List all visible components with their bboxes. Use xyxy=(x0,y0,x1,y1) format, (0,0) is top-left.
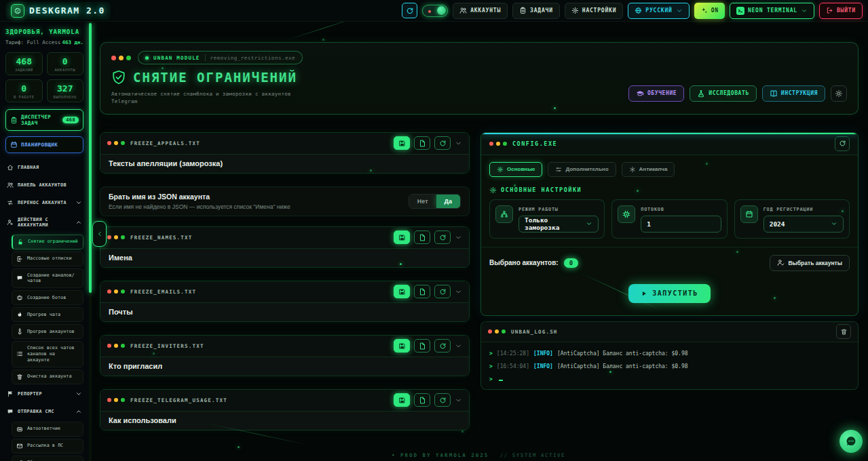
reload-file-button[interactable] xyxy=(434,136,451,150)
save-button[interactable] xyxy=(394,285,410,298)
training-button[interactable]: ОБУЧЕНИЕ xyxy=(628,85,684,102)
scheduler-button[interactable]: ПЛАНИРОВЩИК xyxy=(5,136,83,153)
brand[interactable]: DESKGRAM 2.0 xyxy=(5,2,111,20)
file-card-header: FREEZE_APPEALS.TXT xyxy=(100,133,469,155)
theme-selector[interactable]: NEON TERMINAL xyxy=(730,3,814,19)
file-card-header: FREEZE_NAMES.TXT xyxy=(100,227,469,249)
open-file-button[interactable] xyxy=(414,136,430,150)
field-label: ПОТОКОВ xyxy=(641,205,721,212)
tab-label: Основные xyxy=(507,166,535,172)
sidebar-subitem-trash[interactable]: Очистка аккаунта xyxy=(12,369,83,384)
sidebar-item-transfer[interactable]: ПЕРЕНОС АККАУНТА xyxy=(5,194,83,212)
open-file-button[interactable] xyxy=(414,230,430,244)
sync-button[interactable] xyxy=(402,3,417,18)
sidebar-subitem-list[interactable]: Список всех чатов каналов на аккаунте xyxy=(12,341,83,367)
open-file-button[interactable] xyxy=(414,339,430,353)
sidebar-item-label: ГЛАВНАЯ xyxy=(18,165,39,170)
file-content[interactable]: Как использовали xyxy=(100,412,469,430)
sidebar-item-chat[interactable]: ОТПРАВКА СМС xyxy=(5,403,83,420)
chat-support-button[interactable] xyxy=(839,430,863,453)
file-card-header: FREEZE_TELEGRAM_USAGE.TXT xyxy=(100,390,469,412)
tab-gear[interactable]: Основные xyxy=(489,162,542,177)
expand-chevron[interactable] xyxy=(455,137,462,150)
chat-icon xyxy=(7,408,14,415)
instruction-button[interactable]: ИНСТРУКЦИЯ xyxy=(762,85,825,102)
save-button[interactable] xyxy=(394,339,410,353)
yes-no-toggle: Нет Да xyxy=(409,194,461,209)
log-entry: >[16:54:04][INFO][AntiCaptcha] Баланс an… xyxy=(489,363,850,369)
pill-divider xyxy=(205,54,206,61)
flask-icon xyxy=(697,89,705,98)
module-settings-button[interactable] xyxy=(831,85,847,102)
effects-on-button[interactable]: ON xyxy=(694,3,725,19)
chevron-down-icon xyxy=(455,342,462,350)
field-select[interactable]: 2024 xyxy=(763,216,844,233)
toggle-option-no[interactable]: Нет xyxy=(409,195,436,208)
sidebar-subitem-inbox[interactable]: Автоответчик xyxy=(12,422,83,437)
save-button[interactable] xyxy=(394,393,410,407)
field-label: ГОД РЕГИСТРАЦИИ xyxy=(763,205,844,212)
effects-toggle[interactable] xyxy=(422,5,448,17)
open-file-button[interactable] xyxy=(414,285,430,298)
research-button[interactable]: ИССЛЕДОВАТЬ xyxy=(690,85,757,102)
file-content[interactable]: Тексты апелляции (заморозка) xyxy=(100,155,469,173)
accounts-button-label: АККАУНТЫ xyxy=(470,7,501,14)
save-button[interactable] xyxy=(394,136,410,150)
config-refresh-button[interactable] xyxy=(835,136,850,151)
sidebar-item-users[interactable]: ПАНЕЛЬ АККАУНТОВ xyxy=(5,176,83,194)
logout-button[interactable]: ВЫЙТИ xyxy=(819,3,863,19)
expand-chevron[interactable] xyxy=(455,285,462,298)
field-input[interactable] xyxy=(641,216,721,233)
tasks-button[interactable]: ЗАДАЧИ xyxy=(512,3,560,19)
sidebar-subitem-mail[interactable]: Рассылка в ЛС xyxy=(12,439,83,454)
trash-icon xyxy=(840,328,848,336)
file-content[interactable]: Почты xyxy=(100,303,469,321)
module-tag-pill: UNBAN MODULE removing_restrictions.exe xyxy=(138,51,303,64)
field-select[interactable]: Только заморозка xyxy=(518,216,599,233)
file-content[interactable]: Имена xyxy=(100,249,469,267)
task-manager-button[interactable]: ДИСПЕТЧЕР ЗАДАЧ 468 xyxy=(5,109,83,131)
expand-chevron[interactable] xyxy=(455,340,462,353)
sidebar-item-label: Создание ботов xyxy=(27,295,66,301)
sidebar-subitem-thermometer[interactable]: Прогрев аккаунтов xyxy=(12,324,83,339)
reload-file-button[interactable] xyxy=(434,230,451,244)
traffic-light-green xyxy=(121,141,125,145)
sidebar-subitem-flame[interactable]: Прогрев чата xyxy=(12,307,83,322)
settings-button[interactable]: НАСТРОЙКИ xyxy=(565,3,624,19)
reload-file-button[interactable] xyxy=(434,393,451,407)
file-content[interactable]: Кто пригласил xyxy=(100,357,469,376)
leave-icon xyxy=(16,256,23,262)
sidebar-subitem-chat[interactable]: Создание каналов/чатов xyxy=(12,268,83,289)
sidebar-subitem-robot[interactable]: Создание ботов xyxy=(12,290,83,305)
run-button[interactable]: ЗАПУСТИТЬ xyxy=(628,284,711,303)
reload-file-button[interactable] xyxy=(434,339,451,353)
sidebar-subitem-leave[interactable]: Массовые отписки xyxy=(12,252,83,266)
clipboard-icon xyxy=(10,117,18,124)
tab-asterisk[interactable]: Антикапча xyxy=(622,162,675,177)
open-file-button[interactable] xyxy=(414,393,430,407)
language-button[interactable]: РУССКИЙ xyxy=(628,3,689,19)
expand-chevron[interactable] xyxy=(455,394,462,407)
clear-log-button[interactable] xyxy=(836,324,851,339)
expand-chevron[interactable] xyxy=(455,231,462,244)
sidebar-item-flag[interactable]: РЕПОРТЕР xyxy=(5,385,83,403)
sidebar-subitem-phone[interactable]: Обзвон xyxy=(12,456,83,461)
save-button[interactable] xyxy=(394,230,410,244)
stat-tile: 468ЗАДАНИЙ xyxy=(5,52,43,75)
accounts-button[interactable]: АККАУНТЫ xyxy=(453,3,508,19)
toggle-option-yes[interactable]: Да xyxy=(436,195,460,208)
traffic-light-green xyxy=(121,344,125,348)
inbox-icon xyxy=(16,426,23,433)
stat-tile: 0АККАУНТЫ xyxy=(47,52,84,75)
reload-file-button[interactable] xyxy=(434,285,451,298)
refresh-icon xyxy=(439,234,447,241)
sidebar-item-user-actions[interactable]: ДЕЙСТВИЯ С АККАУНТАМИ xyxy=(5,212,83,233)
select-value: 2024 xyxy=(770,220,785,228)
log-level: [INFO] xyxy=(533,350,553,357)
tab-sliders[interactable]: Дополнительно xyxy=(548,162,616,177)
sidebar-item-label: РЕПОРТЕР xyxy=(18,391,42,397)
sidebar-collapse-handle[interactable] xyxy=(92,221,107,247)
select-accounts-button[interactable]: Выбрать аккаунты xyxy=(770,255,850,271)
sidebar-item-home[interactable]: ГЛАВНАЯ xyxy=(5,159,83,176)
sidebar-subitem-unlock[interactable]: Снятие ограничений xyxy=(12,235,83,249)
